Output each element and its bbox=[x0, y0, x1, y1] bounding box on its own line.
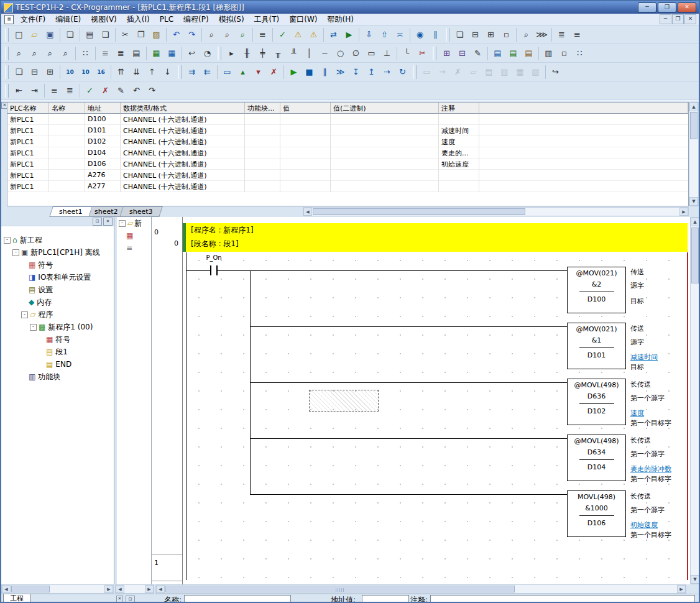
online-edit-begin-button[interactable]: ▭ bbox=[419, 64, 435, 80]
scroll-left-icon[interactable] bbox=[303, 208, 312, 216]
online-edit-cancel-button[interactable]: ✗ bbox=[450, 64, 466, 80]
menu-item[interactable]: 工具(T) bbox=[249, 14, 285, 25]
new-file-button[interactable]: □ bbox=[11, 27, 27, 43]
column-header[interactable]: 注释 bbox=[439, 103, 479, 114]
selection-marquee[interactable] bbox=[309, 390, 379, 412]
new-closed-contact-button[interactable]: ╪ bbox=[255, 45, 270, 62]
force-off-button[interactable]: ▾ bbox=[251, 64, 266, 80]
line-delete-mode-button[interactable]: ✂ bbox=[415, 45, 430, 62]
toggle-grid-button[interactable]: ∷ bbox=[78, 45, 93, 62]
save-button[interactable]: ▣ bbox=[42, 27, 58, 43]
go-to-top-button[interactable]: ⇈ bbox=[113, 64, 129, 80]
scrollbar-thumb[interactable] bbox=[691, 228, 699, 283]
force-on-button[interactable]: ▴ bbox=[235, 64, 251, 80]
online-edit-transfer-button[interactable]: ▦ bbox=[512, 64, 528, 80]
download-to-plc-button[interactable]: ⇩ bbox=[361, 27, 377, 43]
new-coil-button[interactable]: ○ bbox=[333, 45, 348, 62]
vertical-line-button[interactable]: │ bbox=[302, 45, 317, 62]
paste-button[interactable]: ▨ bbox=[149, 27, 164, 43]
monitor-bar-button[interactable]: ▤ bbox=[505, 45, 521, 62]
find-retrieve-button[interactable]: ⌕ bbox=[235, 27, 251, 43]
select-mode-button[interactable]: ▸ bbox=[224, 45, 239, 62]
menu-item[interactable]: 编程(P) bbox=[178, 14, 214, 25]
new-or-closed-contact-button[interactable]: ╨ bbox=[286, 45, 302, 62]
close-button[interactable]: ✕ bbox=[678, 2, 696, 12]
tab-project[interactable]: 工程 bbox=[3, 594, 30, 603]
table-row[interactable]: 新PLC1A277CHANNEL (十六进制,通道) bbox=[7, 181, 688, 192]
diff-previous-button[interactable]: ↶ bbox=[129, 83, 144, 99]
zoom-in-button[interactable]: ⌕ bbox=[11, 45, 27, 62]
menu-item[interactable]: 文件(F) bbox=[16, 14, 50, 25]
menu-item[interactable]: 模拟(S) bbox=[214, 14, 249, 25]
tile-horizontal-button[interactable]: ⊟ bbox=[467, 27, 483, 43]
open-file-button[interactable]: ▱ bbox=[27, 27, 42, 43]
scroll-right-icon[interactable] bbox=[145, 585, 154, 593]
print-preview-button[interactable]: ❏ bbox=[62, 27, 78, 43]
address-input[interactable] bbox=[362, 595, 409, 603]
transfer-to-plc-button[interactable]: ⇉ bbox=[184, 64, 200, 80]
table-row[interactable]: 新PLC1D102CHANNEL (十六进制,通道)速度 bbox=[7, 136, 688, 147]
compile-button[interactable]: ✓ bbox=[275, 27, 290, 43]
scroll-up-icon[interactable] bbox=[691, 218, 699, 226]
toolbar-grip[interactable] bbox=[446, 28, 449, 42]
continuous-step-button[interactable]: ⇢ bbox=[379, 64, 395, 80]
mdi-minimize-button[interactable]: ─ bbox=[660, 14, 671, 24]
column-header[interactable]: 数据类型/格式 bbox=[121, 103, 245, 114]
section-tree-item-symbols[interactable] bbox=[117, 229, 151, 242]
ladder-vertical-scrollbar[interactable] bbox=[690, 217, 700, 584]
column-header[interactable]: 名称 bbox=[49, 103, 85, 114]
address-bar-close-button[interactable] bbox=[116, 596, 123, 602]
scan-run-button[interactable]: ↻ bbox=[395, 64, 410, 80]
instruction-block[interactable]: @MOV(021)&1D101 bbox=[567, 323, 626, 369]
workspace-horizontal-scrollbar[interactable] bbox=[1, 584, 114, 594]
scroll-right-icon[interactable] bbox=[677, 585, 686, 593]
column-header[interactable]: PLC名称 bbox=[7, 103, 49, 114]
section-tree-item-section[interactable] bbox=[117, 242, 151, 254]
tree-item-end[interactable]: ▤END bbox=[1, 358, 114, 371]
instruction-block[interactable]: @MOVL(498)D636D102 bbox=[567, 379, 626, 425]
online-edit-rungs-button[interactable]: ▭ bbox=[219, 64, 235, 80]
new-closed-coil-button[interactable]: ∅ bbox=[348, 45, 364, 62]
tree-item-workspace[interactable]: -⌂新工程 bbox=[1, 234, 114, 246]
new-instruction-button[interactable]: ▭ bbox=[364, 45, 379, 62]
address-bar-pin-button[interactable] bbox=[126, 596, 135, 603]
find-button[interactable]: ⌕ bbox=[204, 27, 219, 43]
rung-comment-view-button[interactable]: ≡ bbox=[569, 27, 585, 43]
toolbar-grip[interactable] bbox=[218, 47, 221, 60]
minimize-button[interactable]: ─ bbox=[638, 2, 656, 12]
workspace-close-button[interactable] bbox=[103, 218, 113, 226]
outdent-rung-button[interactable]: ⇤ bbox=[11, 83, 27, 99]
pause-mode-button[interactable]: ‖ bbox=[317, 64, 333, 80]
indent-rung-button[interactable]: ⇥ bbox=[27, 83, 42, 99]
scroll-left-icon[interactable] bbox=[116, 585, 124, 593]
toolbar-grip[interactable] bbox=[433, 47, 436, 60]
toolbar-grip[interactable] bbox=[178, 65, 182, 79]
new-or-contact-button[interactable]: ╥ bbox=[270, 45, 286, 62]
menu-item[interactable]: PLC bbox=[155, 14, 178, 25]
scroll-down-icon[interactable] bbox=[691, 575, 699, 584]
workspace-restore-button[interactable] bbox=[93, 218, 102, 226]
toolbar-grip[interactable] bbox=[413, 65, 417, 79]
function-block-invoke-button[interactable]: ⊞ bbox=[439, 45, 454, 62]
collapse-icon[interactable]: - bbox=[4, 237, 11, 244]
copy-button[interactable]: ❐ bbox=[133, 27, 149, 43]
scrollbar-thumb[interactable] bbox=[11, 586, 50, 592]
print-button[interactable]: ▤ bbox=[82, 27, 98, 43]
scrollbar-thumb[interactable] bbox=[313, 208, 525, 215]
overview-window-button[interactable]: ⊞ bbox=[42, 64, 58, 80]
step-width-10-alt-button[interactable]: 10 bbox=[78, 64, 93, 80]
ladder-canvas[interactable]: [程序名 : 新程序1] [段名称 : 段1] P_On @MOV(021)&2… bbox=[183, 217, 690, 584]
scroll-left-icon[interactable] bbox=[2, 585, 11, 593]
table-row[interactable]: 新PLC1D106CHANNEL (十六进制,通道)初始速度 bbox=[7, 159, 688, 170]
table-row[interactable]: 新PLC1A276CHANNEL (十六进制,通道) bbox=[7, 170, 688, 181]
compare-with-plc-button[interactable]: ≍ bbox=[392, 27, 408, 43]
tile-vertical-button[interactable]: ⊞ bbox=[483, 27, 499, 43]
step-width-16-button[interactable]: 16 bbox=[93, 64, 109, 80]
scroll-right-icon[interactable] bbox=[679, 208, 688, 216]
diff-reject-button[interactable]: ✗ bbox=[98, 83, 113, 99]
name-input[interactable] bbox=[184, 595, 291, 603]
column-header[interactable]: 功能块... bbox=[245, 103, 280, 114]
tree-item-programs[interactable]: -▱程序 bbox=[1, 308, 114, 321]
collapse-icon[interactable]: - bbox=[12, 249, 19, 256]
online-simulator-button[interactable]: ▶ bbox=[341, 27, 357, 43]
